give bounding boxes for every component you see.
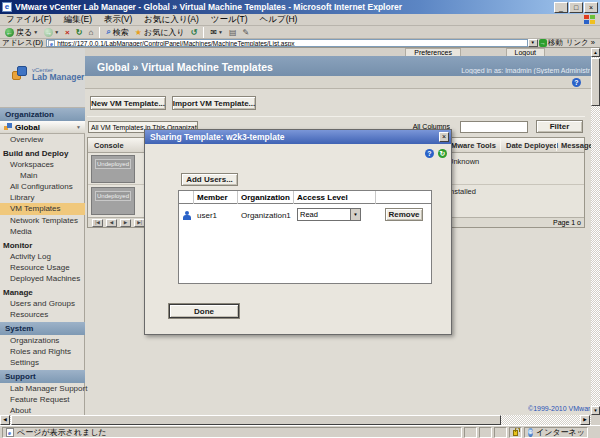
sidebar-section-organization: Organization: [0, 108, 85, 121]
refresh-button[interactable]: ↻: [73, 26, 86, 38]
mail-button[interactable]: ✉ ▼: [207, 26, 226, 38]
search-icon: ⌕: [106, 27, 110, 37]
close-button[interactable]: ×: [584, 2, 598, 13]
column-console[interactable]: Console: [94, 141, 124, 150]
address-url: https://127.0.0.1/LabManager/ControlPane…: [57, 40, 294, 47]
sidebar-item-main[interactable]: Main: [0, 170, 85, 181]
scroll-down-icon[interactable]: ▼: [591, 406, 600, 415]
copyright-link[interactable]: ©1999-2010 VMware: [528, 405, 590, 414]
horizontal-scroll-thumb[interactable]: [11, 415, 501, 425]
address-input[interactable]: e https://127.0.0.1/LabManager/ControlPa…: [46, 39, 528, 47]
logo-icon: [12, 66, 28, 82]
sidebar-item-organizations[interactable]: Organizations: [0, 335, 85, 346]
filter-button[interactable]: Filter: [536, 120, 583, 133]
windows-logo-icon: [584, 15, 597, 25]
dialog-help-icon[interactable]: ?: [425, 149, 434, 158]
dialog-close-icon[interactable]: ×: [439, 132, 449, 142]
links-label[interactable]: リンク »: [566, 38, 595, 48]
status-pane: [464, 427, 477, 438]
back-dropdown-icon[interactable]: ▼: [33, 29, 38, 35]
sidebar-item-deployed-machines[interactable]: Deployed Machines: [0, 273, 85, 284]
template-console-thumbnail[interactable]: Undeployed: [91, 155, 135, 183]
done-button[interactable]: Done: [169, 304, 239, 318]
sidebar-item-all-configurations[interactable]: All Configurations: [0, 181, 85, 192]
add-users-button[interactable]: Add Users...: [181, 173, 238, 186]
column-organization: Organization: [241, 193, 290, 202]
sidebar-item-resources[interactable]: Resources: [0, 309, 85, 320]
sidebar-item-activity-log[interactable]: Activity Log: [0, 251, 85, 262]
star-icon: ★: [135, 28, 142, 37]
sharing-members-table: Member Organization Access Level user1 O…: [178, 190, 432, 284]
back-button[interactable]: ← 戻る ▼: [2, 26, 41, 38]
sidebar-item-workspaces[interactable]: Workspaces: [0, 159, 85, 170]
ssl-lock-icon: [513, 430, 518, 436]
back-icon: ←: [5, 28, 14, 37]
sidebar-item-users-and-groups[interactable]: Users and Groups: [0, 298, 85, 309]
address-label: アドレス(D): [2, 38, 43, 48]
dialog-refresh-icon[interactable]: ↻: [438, 149, 447, 158]
minimize-button[interactable]: _: [554, 2, 568, 13]
edit-button[interactable]: ✎: [239, 26, 252, 38]
sidebar-item-roles-and-rights[interactable]: Roles and Rights: [0, 346, 85, 357]
print-button[interactable]: ▤: [226, 26, 240, 38]
history-button[interactable]: ↺: [188, 26, 201, 38]
stop-button[interactable]: ×: [62, 26, 73, 38]
filter-input[interactable]: [460, 121, 528, 133]
new-vm-template-button[interactable]: New VM Template...: [90, 96, 166, 110]
vertical-scroll-thumb[interactable]: [591, 58, 600, 106]
menu-tools[interactable]: ツール(T): [205, 14, 254, 26]
vertical-scrollbar[interactable]: ▲ ▼: [591, 48, 600, 415]
prev-page-button[interactable]: ◀: [106, 219, 117, 227]
column-vmware-tools[interactable]: VMware Tools: [446, 141, 496, 150]
internet-zone-icon: ⊕: [528, 428, 533, 437]
scroll-left-icon[interactable]: ◀: [0, 415, 10, 425]
sidebar-item-media[interactable]: Media: [0, 226, 85, 237]
forward-dropdown-icon[interactable]: ▼: [54, 29, 59, 35]
horizontal-scrollbar[interactable]: ◀ ▶: [0, 415, 591, 425]
menu-edit[interactable]: 編集(E): [58, 14, 98, 26]
menu-file[interactable]: ファイル(F): [0, 14, 58, 26]
page-icon: e: [48, 40, 55, 47]
address-dropdown-icon[interactable]: ▼: [528, 39, 538, 47]
go-icon: →: [539, 39, 547, 47]
sidebar-item-vm-templates[interactable]: VM Templates: [0, 203, 85, 215]
menu-view[interactable]: 表示(V): [98, 14, 138, 26]
column-message[interactable]: Message: [561, 141, 593, 150]
menu-help[interactable]: ヘルプ(H): [254, 14, 304, 26]
access-level-select[interactable]: Read ▼: [297, 208, 361, 221]
search-button[interactable]: ⌕ 検索: [103, 26, 131, 38]
sidebar-item-settings[interactable]: Settings: [0, 357, 85, 368]
sidebar-item-network-templates[interactable]: Network Templates: [0, 215, 85, 226]
logout-tab[interactable]: Logout: [506, 48, 545, 56]
sidebar-item-resource-usage[interactable]: Resource Usage: [0, 262, 85, 273]
column-date-deployed[interactable]: Date Deployed: [506, 141, 558, 150]
forward-button[interactable]: → ▼: [41, 26, 62, 38]
template-console-thumbnail[interactable]: Undeployed: [91, 187, 135, 215]
console-status: Undeployed: [95, 159, 131, 169]
import-vm-template-button[interactable]: Import VM Template...: [172, 96, 256, 110]
sidebar-item-lab-manager-support[interactable]: Lab Manager Support: [0, 383, 85, 394]
remove-button[interactable]: Remove: [385, 208, 423, 221]
vcenter-lab-manager-logo: vCenter Lab Manager: [12, 66, 84, 82]
dialog-titlebar[interactable]: Sharing Template: w2k3-template: [145, 130, 451, 144]
sidebar-item-overview[interactable]: Overview: [0, 134, 85, 145]
help-icon[interactable]: ?: [572, 78, 581, 87]
next-page-button[interactable]: ▶: [120, 219, 131, 227]
sidebar-item-feature-request[interactable]: Feature Request: [0, 394, 85, 405]
scroll-up-icon[interactable]: ▲: [591, 48, 600, 57]
menu-favorites[interactable]: お気に入り(A): [138, 14, 204, 26]
sidebar-item-library[interactable]: Library: [0, 192, 85, 203]
scroll-right-icon[interactable]: ▶: [580, 415, 590, 425]
column-member: Member: [197, 193, 228, 202]
favorites-button[interactable]: ★ お気に入り: [132, 26, 188, 38]
zone-pane: ⊕ インターネット: [524, 427, 588, 438]
status-bar: e ページが表示されました ⊕ インターネット: [0, 425, 600, 438]
go-button[interactable]: 移動: [548, 38, 563, 48]
sidebar-org-scope-dropdown[interactable]: Global ▼: [0, 121, 85, 134]
maximize-button[interactable]: □: [569, 2, 583, 13]
sharing-template-dialog: Sharing Template: w2k3-template × ? ↻ Ad…: [144, 129, 452, 335]
home-button[interactable]: ⌂: [85, 26, 96, 38]
preferences-tab[interactable]: Preferences: [405, 48, 461, 56]
sidebar-group-monitor: Monitor: [0, 240, 85, 251]
first-page-button[interactable]: |◀: [92, 219, 103, 227]
